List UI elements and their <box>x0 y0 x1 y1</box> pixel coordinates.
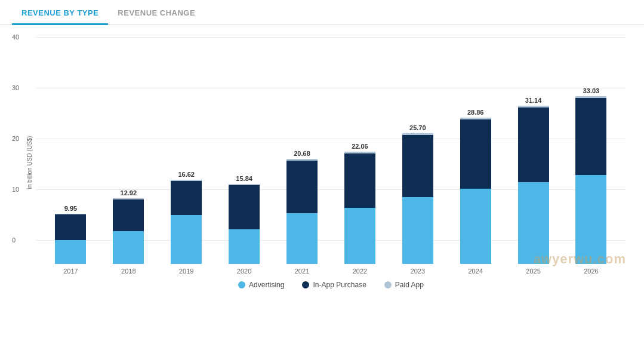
bar-segment-inapp <box>55 214 86 240</box>
grid-label: 30 <box>12 84 19 91</box>
bar-segment-inapp <box>402 135 433 197</box>
chart-inner: 403020100 9.9512.9216.6215.8420.6822.062… <box>36 37 626 264</box>
bar-wrapper: 31.14 <box>518 97 549 264</box>
bar-wrapper: 22.06 <box>344 143 375 264</box>
bar-wrapper: 16.62 <box>171 171 202 264</box>
bar-group: 15.84 <box>229 175 260 264</box>
bar-total-label: 25.70 <box>409 124 426 131</box>
bar-segment-inapp <box>344 153 375 208</box>
bar-stack <box>402 133 433 264</box>
bar-total-label: 20.68 <box>294 150 310 157</box>
main-container: REVENUE BY TYPE REVENUE CHANGE in billio… <box>0 0 644 338</box>
x-label: 2018 <box>113 268 144 275</box>
bar-segment-inapp <box>575 98 606 175</box>
grid-label: 10 <box>12 186 19 193</box>
bar-wrapper: 9.95 <box>55 205 86 264</box>
bar-stack <box>286 159 318 264</box>
bar-group: 33.03 <box>575 87 606 264</box>
bar-wrapper: 25.70 <box>402 124 433 264</box>
bar-wrapper: 15.84 <box>229 175 260 264</box>
bar-segment-advertising <box>286 213 318 264</box>
bar-segment-inapp <box>460 119 491 189</box>
legend-label: Advertising <box>249 281 284 289</box>
grid-label: 20 <box>12 135 19 142</box>
tab-revenue-by-type[interactable]: REVENUE BY TYPE <box>12 0 108 24</box>
x-label: 2023 <box>402 268 433 275</box>
bar-total-label: 9.95 <box>64 205 77 212</box>
legend-dot <box>302 281 309 288</box>
bar-group: 16.62 <box>171 171 202 264</box>
bar-stack <box>460 118 491 264</box>
bar-stack <box>55 214 86 264</box>
bar-stack <box>113 198 144 264</box>
bar-segment-advertising <box>402 197 433 264</box>
bar-wrapper: 12.92 <box>113 189 144 264</box>
legend-item: Advertising <box>238 281 284 289</box>
bar-group: 28.86 <box>460 109 491 264</box>
bar-segment-inapp <box>113 199 144 231</box>
legend-item: In-App Purchase <box>302 281 366 289</box>
bar-segment-inapp <box>171 181 202 215</box>
bar-segment-advertising <box>229 229 260 264</box>
bar-group: 31.14 <box>518 97 549 264</box>
bar-segment-inapp <box>286 161 318 213</box>
x-label: 2026 <box>575 268 606 275</box>
chart-area: in billion USD (US$) 403020100 9.9512.92… <box>0 25 644 300</box>
y-axis-label: in billion USD (US$) <box>26 136 33 189</box>
x-label: 2020 <box>229 268 260 275</box>
bar-segment-inapp <box>229 185 260 229</box>
bar-total-label: 33.03 <box>583 87 600 94</box>
bar-stack <box>575 96 606 264</box>
x-label: 2024 <box>460 268 491 275</box>
bar-segment-advertising <box>344 208 375 264</box>
x-label: 2021 <box>286 268 318 275</box>
bar-segment-advertising <box>575 175 606 264</box>
bar-segment-advertising <box>55 240 86 264</box>
grid-label: 40 <box>12 33 19 41</box>
bar-wrapper: 20.68 <box>286 150 318 264</box>
legend-item: Paid App <box>384 281 424 289</box>
x-label: 2017 <box>55 268 86 275</box>
grid-label: 0 <box>12 236 16 244</box>
bar-total-label: 16.62 <box>178 171 195 178</box>
bar-total-label: 22.06 <box>352 143 368 150</box>
bar-group: 12.92 <box>113 189 144 264</box>
bar-total-label: 15.84 <box>236 175 252 182</box>
watermark: awyerwu.com <box>534 251 626 267</box>
bar-group: 9.95 <box>55 205 86 264</box>
tab-revenue-change[interactable]: REVENUE CHANGE <box>108 0 205 24</box>
bar-group: 22.06 <box>344 143 375 264</box>
bar-group: 20.68 <box>286 150 318 264</box>
bar-stack <box>518 106 549 264</box>
bar-stack <box>171 180 202 264</box>
x-label: 2022 <box>344 268 375 275</box>
bar-stack <box>344 152 375 264</box>
legend-label: Paid App <box>395 281 424 289</box>
bar-total-label: 31.14 <box>525 97 542 104</box>
bar-stack <box>229 184 260 264</box>
bars-container: 9.9512.9216.6215.8420.6822.0625.7028.863… <box>36 37 626 264</box>
x-label: 2019 <box>171 268 202 275</box>
bar-segment-advertising <box>460 189 491 264</box>
bar-wrapper: 28.86 <box>460 109 491 264</box>
legend-dot <box>238 281 245 288</box>
tab-bar: REVENUE BY TYPE REVENUE CHANGE <box>0 0 644 25</box>
legend-dot <box>384 281 392 288</box>
bar-segment-inapp <box>518 107 549 182</box>
bar-segment-advertising <box>113 231 144 264</box>
x-label: 2025 <box>518 268 549 275</box>
bar-total-label: 12.92 <box>121 189 137 196</box>
bar-wrapper: 33.03 <box>575 87 606 264</box>
bar-total-label: 28.86 <box>467 109 484 116</box>
bar-group: 25.70 <box>402 124 433 264</box>
legend-label: In-App Purchase <box>313 281 366 289</box>
legend: AdvertisingIn-App PurchasePaid App <box>36 275 626 292</box>
bar-segment-advertising <box>171 215 202 264</box>
